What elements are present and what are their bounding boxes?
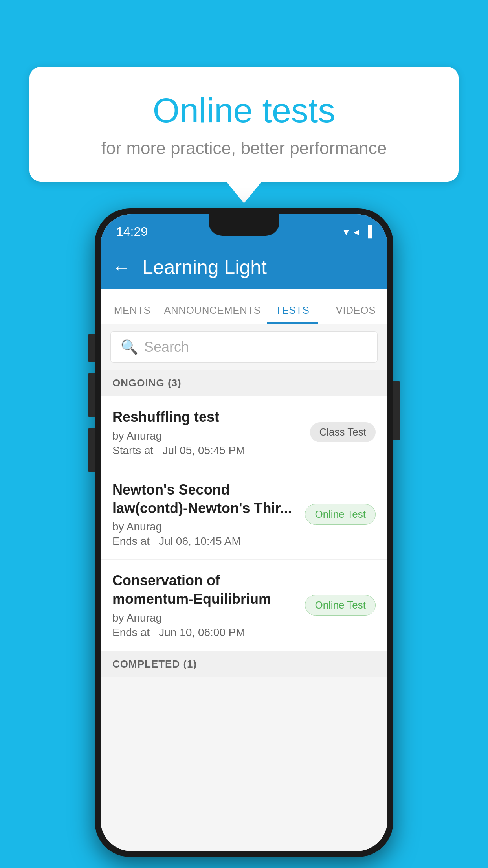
completed-label: COMPLETED (1) (112, 658, 197, 670)
test-time-1: Starts at Jul 05, 05:45 PM (112, 444, 302, 457)
tab-tests[interactable]: TESTS (261, 304, 324, 324)
test-info-2: Newton's Second law(contd)-Newton's Thir… (112, 481, 297, 548)
test-item-1[interactable]: Reshuffling test by Anurag Starts at Jul… (101, 396, 387, 469)
tab-announcements-label: ANNOUNCEMENTS (164, 304, 261, 316)
tab-tests-label: TESTS (275, 304, 309, 316)
test-item-2[interactable]: Newton's Second law(contd)-Newton's Thir… (101, 469, 387, 560)
back-button[interactable]: ← (112, 257, 130, 278)
test-name-2: Newton's Second law(contd)-Newton's Thir… (112, 481, 297, 518)
promo-title: Online tests (61, 90, 427, 131)
test-time-2: Ends at Jul 06, 10:45 AM (112, 535, 297, 548)
battery-icon: ▐ (364, 225, 372, 238)
test-badge-3: Online Test (305, 595, 376, 616)
test-time-3: Ends at Jun 10, 06:00 PM (112, 626, 297, 639)
ongoing-label: ONGOING (3) (112, 377, 182, 389)
search-icon: 🔍 (121, 339, 138, 355)
search-container: 🔍 Search (101, 324, 387, 370)
speech-bubble-arrow (226, 182, 262, 203)
test-info-3: Conservation of momentum-Equilibrium by … (112, 572, 297, 639)
tab-videos[interactable]: VIDEOS (324, 304, 387, 324)
speech-bubble-card: Online tests for more practice, better p… (29, 67, 459, 182)
power-button (393, 381, 400, 440)
app-title: Learning Light (142, 256, 267, 279)
tab-ments-label: MENTS (114, 304, 151, 316)
phone-screen: 14:29 ▾ ◂ ▐ ← Learning Light MENTS ANNOU… (101, 214, 387, 851)
phone-mockup: 14:29 ▾ ◂ ▐ ← Learning Light MENTS ANNOU… (95, 208, 393, 857)
volume-up-button (88, 334, 95, 362)
test-name-3: Conservation of momentum-Equilibrium (112, 572, 297, 609)
test-badge-1: Class Test (310, 422, 376, 442)
tab-videos-label: VIDEOS (336, 304, 376, 316)
phone-notch (209, 214, 279, 236)
phone-body: 14:29 ▾ ◂ ▐ ← Learning Light MENTS ANNOU… (95, 208, 393, 857)
test-name-1: Reshuffling test (112, 408, 302, 427)
test-author-2: by Anurag (112, 520, 297, 533)
signal-icon: ◂ (354, 225, 359, 238)
search-placeholder: Search (144, 339, 189, 355)
test-list: Reshuffling test by Anurag Starts at Jul… (101, 396, 387, 651)
completed-section-header: COMPLETED (1) (101, 651, 387, 677)
tab-ments[interactable]: MENTS (101, 304, 164, 324)
tab-bar: MENTS ANNOUNCEMENTS TESTS VIDEOS (101, 289, 387, 324)
status-icons: ▾ ◂ ▐ (343, 225, 372, 238)
wifi-icon: ▾ (343, 225, 349, 238)
test-badge-2: Online Test (305, 504, 376, 525)
ongoing-section-header: ONGOING (3) (101, 370, 387, 396)
silent-button (88, 428, 95, 472)
volume-down-button (88, 373, 95, 417)
promo-section: Online tests for more practice, better p… (29, 67, 459, 203)
test-info-1: Reshuffling test by Anurag Starts at Jul… (112, 408, 302, 457)
test-item-3[interactable]: Conservation of momentum-Equilibrium by … (101, 560, 387, 651)
tab-announcements[interactable]: ANNOUNCEMENTS (164, 304, 261, 324)
app-bar: ← Learning Light (101, 246, 387, 289)
search-bar[interactable]: 🔍 Search (110, 331, 378, 363)
test-author-3: by Anurag (112, 612, 297, 624)
status-time: 14:29 (116, 224, 148, 239)
test-author-1: by Anurag (112, 430, 302, 442)
promo-subtitle: for more practice, better performance (61, 138, 427, 158)
